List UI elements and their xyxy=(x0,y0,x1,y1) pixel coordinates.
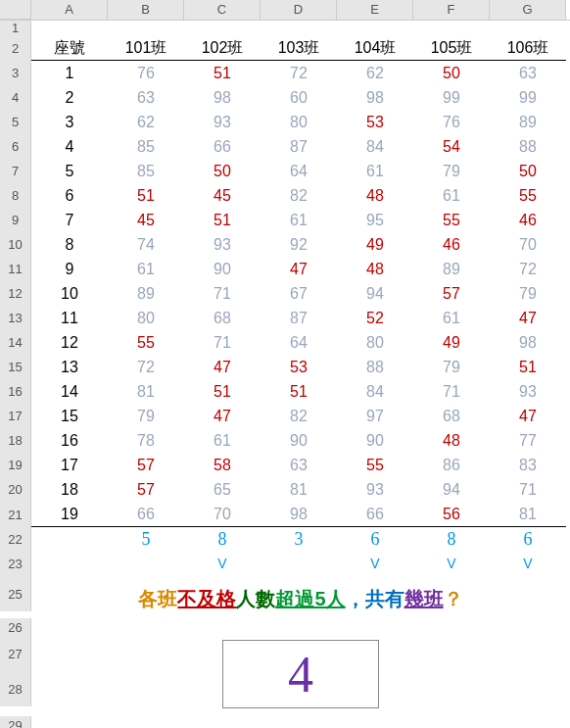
rowhead-19[interactable]: 19 xyxy=(0,453,31,477)
score-r6-c6[interactable]: 55 xyxy=(490,183,566,208)
score-r19-c1[interactable]: 66 xyxy=(108,502,184,527)
score-r18-c3[interactable]: 81 xyxy=(261,477,337,502)
rowhead-22[interactable]: 22 xyxy=(0,527,31,552)
rowhead-7[interactable]: 7 xyxy=(0,159,31,183)
rowhead-3[interactable]: 3 xyxy=(0,61,31,85)
cell-B23[interactable] xyxy=(108,552,184,576)
score-r12-c3[interactable]: 64 xyxy=(261,330,337,355)
score-r4-c4[interactable]: 84 xyxy=(337,134,413,159)
score-r12-c4[interactable]: 80 xyxy=(337,330,413,355)
score-r14-c6[interactable]: 93 xyxy=(490,379,566,404)
seat-6[interactable]: 6 xyxy=(31,183,108,208)
score-r2-c2[interactable]: 98 xyxy=(184,85,261,110)
score-r5-c6[interactable]: 50 xyxy=(490,159,566,183)
score-r5-c1[interactable]: 85 xyxy=(108,159,184,183)
score-r14-c3[interactable]: 51 xyxy=(261,379,337,404)
score-r17-c1[interactable]: 57 xyxy=(108,453,184,477)
rowhead-25[interactable]: 25 xyxy=(0,576,31,611)
score-r11-c2[interactable]: 68 xyxy=(184,306,261,330)
seat-9[interactable]: 9 xyxy=(31,257,108,281)
colhead-F[interactable]: F xyxy=(413,0,490,20)
rowhead-23[interactable]: 23 xyxy=(0,552,31,576)
score-r13-c4[interactable]: 88 xyxy=(337,355,413,379)
score-r5-c3[interactable]: 64 xyxy=(261,159,337,183)
cell-E22[interactable]: 6 xyxy=(337,527,413,552)
score-r10-c1[interactable]: 89 xyxy=(108,281,184,306)
score-r6-c3[interactable]: 82 xyxy=(261,183,337,208)
score-r13-c1[interactable]: 72 xyxy=(108,355,184,379)
score-r14-c4[interactable]: 84 xyxy=(337,379,413,404)
score-r18-c2[interactable]: 65 xyxy=(184,477,261,502)
score-r8-c6[interactable]: 70 xyxy=(490,232,566,257)
score-r2-c5[interactable]: 99 xyxy=(413,85,490,110)
cell-A23[interactable] xyxy=(31,552,108,576)
rowhead-15[interactable]: 15 xyxy=(0,355,31,379)
score-r5-c5[interactable]: 79 xyxy=(413,159,490,183)
score-r15-c3[interactable]: 82 xyxy=(261,404,337,428)
score-r16-c5[interactable]: 48 xyxy=(413,428,490,453)
score-r2-c3[interactable]: 60 xyxy=(261,85,337,110)
score-r6-c5[interactable]: 61 xyxy=(413,183,490,208)
rowhead-27[interactable]: 27 xyxy=(0,636,31,671)
score-r5-c2[interactable]: 50 xyxy=(184,159,261,183)
score-r7-c4[interactable]: 95 xyxy=(337,208,413,232)
score-r10-c4[interactable]: 94 xyxy=(337,281,413,306)
cell-G23[interactable]: V xyxy=(490,552,566,576)
seat-2[interactable]: 2 xyxy=(31,85,108,110)
score-r15-c2[interactable]: 47 xyxy=(184,404,261,428)
score-r9-c3[interactable]: 47 xyxy=(261,257,337,281)
cell-D23[interactable] xyxy=(261,552,337,576)
cell-C22[interactable]: 8 xyxy=(184,527,261,552)
score-r19-c5[interactable]: 56 xyxy=(413,502,490,527)
rowhead-17[interactable]: 17 xyxy=(0,404,31,428)
score-r15-c6[interactable]: 47 xyxy=(490,404,566,428)
score-r16-c2[interactable]: 61 xyxy=(184,428,261,453)
seat-14[interactable]: 14 xyxy=(31,379,108,404)
score-r16-c3[interactable]: 90 xyxy=(261,428,337,453)
score-r1-c6[interactable]: 63 xyxy=(490,61,566,85)
score-r1-c5[interactable]: 50 xyxy=(413,61,490,85)
seat-10[interactable]: 10 xyxy=(31,281,108,306)
score-r5-c4[interactable]: 61 xyxy=(337,159,413,183)
score-r9-c5[interactable]: 89 xyxy=(413,257,490,281)
header-class-1[interactable]: 102班 xyxy=(184,35,261,61)
rowhead-10[interactable]: 10 xyxy=(0,232,31,257)
score-r1-c2[interactable]: 51 xyxy=(184,61,261,85)
score-r19-c4[interactable]: 66 xyxy=(337,502,413,527)
rowhead-1[interactable]: 1 xyxy=(0,21,31,35)
colhead-E[interactable]: E xyxy=(337,0,413,20)
score-r4-c6[interactable]: 88 xyxy=(490,134,566,159)
rowhead-2[interactable]: 2 xyxy=(0,35,31,61)
score-r11-c6[interactable]: 47 xyxy=(490,306,566,330)
score-r7-c3[interactable]: 61 xyxy=(261,208,337,232)
seat-5[interactable]: 5 xyxy=(31,159,108,183)
score-r9-c4[interactable]: 48 xyxy=(337,257,413,281)
score-r7-c2[interactable]: 51 xyxy=(184,208,261,232)
score-r7-c6[interactable]: 46 xyxy=(490,208,566,232)
seat-17[interactable]: 17 xyxy=(31,453,108,477)
score-r17-c5[interactable]: 86 xyxy=(413,453,490,477)
score-r4-c1[interactable]: 85 xyxy=(108,134,184,159)
score-r14-c1[interactable]: 81 xyxy=(108,379,184,404)
rowhead-18[interactable]: 18 xyxy=(0,428,31,453)
rowhead-12[interactable]: 12 xyxy=(0,281,31,306)
header-class-5[interactable]: 106班 xyxy=(490,35,566,61)
score-r11-c4[interactable]: 52 xyxy=(337,306,413,330)
score-r10-c2[interactable]: 71 xyxy=(184,281,261,306)
score-r19-c6[interactable]: 81 xyxy=(490,502,566,527)
score-r10-c6[interactable]: 79 xyxy=(490,281,566,306)
score-r18-c5[interactable]: 94 xyxy=(413,477,490,502)
seat-13[interactable]: 13 xyxy=(31,355,108,379)
score-r11-c3[interactable]: 87 xyxy=(261,306,337,330)
score-r10-c5[interactable]: 57 xyxy=(413,281,490,306)
score-r3-c3[interactable]: 80 xyxy=(261,110,337,134)
header-class-4[interactable]: 105班 xyxy=(413,35,490,61)
rowhead-21[interactable]: 21 xyxy=(0,502,31,527)
score-r16-c1[interactable]: 78 xyxy=(108,428,184,453)
seat-19[interactable]: 19 xyxy=(31,502,108,527)
score-r9-c6[interactable]: 72 xyxy=(490,257,566,281)
rowhead-13[interactable]: 13 xyxy=(0,306,31,330)
score-r13-c3[interactable]: 53 xyxy=(261,355,337,379)
score-r16-c4[interactable]: 90 xyxy=(337,428,413,453)
rowhead-5[interactable]: 5 xyxy=(0,110,31,134)
